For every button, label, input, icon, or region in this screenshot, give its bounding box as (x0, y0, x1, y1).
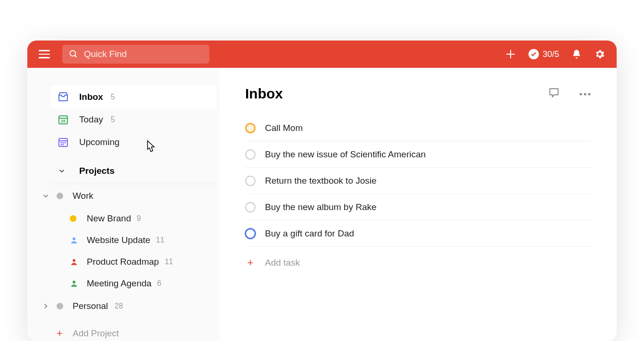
main-header: Inbox (245, 86, 591, 102)
sidebar-item-label: Upcoming (79, 137, 120, 147)
header-actions: 30/5 (505, 49, 605, 60)
project-label: Product Roadmap (87, 257, 159, 267)
svg-line-1 (75, 56, 77, 57)
task-row[interactable]: Buy a gift card for Dad (245, 220, 591, 247)
comments-button[interactable] (548, 87, 560, 101)
task-row[interactable]: Buy the new issue of Scientific American (245, 141, 591, 168)
page-title: Inbox (245, 86, 548, 102)
task-text: Buy the new issue of Scientific American (265, 149, 426, 160)
sidebar-item-count: 5 (111, 93, 115, 101)
project-count: 9 (137, 214, 141, 223)
project-label: Meeting Agenda (87, 278, 151, 289)
task-row[interactable]: Return the textbook to Josie (245, 168, 591, 194)
search-placeholder: Quick Find (84, 49, 127, 59)
quick-add-button[interactable] (505, 49, 516, 60)
project-work[interactable]: Work (50, 184, 220, 208)
projects-label: Projects (79, 166, 115, 176)
project-label: New Brand (87, 213, 131, 224)
task-text: Buy the new album by Rake (265, 202, 377, 212)
person-icon (70, 258, 78, 266)
add-task-button[interactable]: + Add task (245, 250, 591, 276)
search-box[interactable]: Quick Find (62, 45, 209, 64)
projects-section-header[interactable]: Projects (50, 160, 217, 182)
task-list: Call Mom Buy the new issue of Scientific… (245, 115, 591, 276)
sidebar-item-count: 5 (111, 115, 115, 124)
project-product-roadmap[interactable]: Product Roadmap 11 (50, 251, 220, 273)
project-count: 11 (156, 236, 165, 244)
chevron-down-icon (41, 192, 50, 200)
sidebar-item-label: Today (79, 114, 103, 125)
project-color-dot (70, 215, 76, 222)
project-new-brand[interactable]: New Brand 9 (50, 208, 220, 229)
project-color-dot (57, 303, 63, 309)
project-count: 6 (157, 279, 161, 288)
app-window: Quick Find 30/5 Inb (27, 41, 617, 341)
svg-text:28: 28 (61, 119, 66, 123)
svg-point-19 (588, 93, 591, 96)
project-website-update[interactable]: Website Update 11 (50, 229, 220, 251)
calendar-upcoming-icon (58, 137, 69, 148)
task-text: Return the textbook to Josie (265, 176, 377, 186)
productivity-button[interactable]: 30/5 (528, 49, 559, 59)
project-label: Personal (73, 301, 108, 311)
svg-point-17 (580, 93, 582, 96)
plus-icon: + (245, 257, 256, 269)
task-text: Call Mom (265, 123, 303, 133)
notifications-button[interactable] (571, 49, 582, 59)
project-meeting-agenda[interactable]: Meeting Agenda 6 (50, 273, 220, 294)
plus-icon: + (57, 327, 63, 340)
inbox-icon (58, 91, 69, 103)
project-label: Work (73, 191, 93, 201)
app-header: Quick Find 30/5 (27, 41, 617, 68)
task-checkbox[interactable] (245, 149, 256, 160)
task-text: Buy a gift card for Dad (265, 228, 354, 239)
add-project-button[interactable]: + Add Project (50, 323, 220, 341)
task-checkbox[interactable] (245, 202, 256, 212)
search-icon (69, 49, 78, 59)
svg-point-14 (73, 237, 75, 240)
project-count: 28 (115, 302, 123, 310)
svg-point-15 (73, 259, 75, 262)
calendar-today-icon: 28 (58, 114, 69, 125)
project-count: 11 (165, 258, 173, 266)
project-personal[interactable]: Personal 28 (50, 294, 220, 318)
checkmark-circle-icon (528, 49, 539, 59)
hamburger-menu-button[interactable] (39, 47, 53, 61)
svg-point-0 (70, 51, 76, 57)
sidebar-item-label: Inbox (79, 92, 103, 102)
chevron-down-icon (58, 167, 66, 175)
task-checkbox[interactable] (245, 176, 256, 186)
main-actions (548, 87, 591, 101)
task-checkbox[interactable] (245, 123, 256, 133)
sidebar-item-upcoming[interactable]: Upcoming (50, 131, 217, 154)
svg-point-16 (73, 281, 75, 284)
project-label: Website Update (87, 235, 150, 245)
sidebar-item-inbox[interactable]: Inbox 5 (50, 86, 217, 108)
task-row[interactable]: Call Mom (245, 115, 591, 141)
person-icon (70, 236, 78, 244)
settings-button[interactable] (594, 49, 605, 60)
project-color-dot (57, 193, 63, 199)
app-body: Inbox 5 28 Today 5 Upcoming Projects Wor… (27, 68, 617, 341)
sidebar: Inbox 5 28 Today 5 Upcoming Projects Wor… (27, 68, 220, 341)
sidebar-item-today[interactable]: 28 Today 5 (50, 108, 217, 131)
main-content: Inbox Call Mom Buy the new i (220, 68, 617, 341)
chevron-right-icon (41, 302, 50, 310)
person-icon (70, 279, 78, 288)
svg-point-18 (584, 93, 586, 96)
add-project-label: Add Project (73, 328, 119, 339)
task-row[interactable]: Buy the new album by Rake (245, 194, 591, 220)
more-options-button[interactable] (579, 89, 591, 98)
add-task-label: Add task (265, 258, 300, 268)
productivity-count: 30/5 (543, 49, 559, 59)
task-checkbox[interactable] (245, 228, 256, 239)
